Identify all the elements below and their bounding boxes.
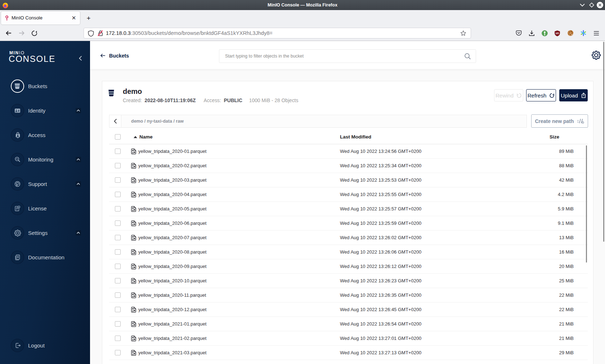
svg-text:UO: UO [556,32,559,35]
